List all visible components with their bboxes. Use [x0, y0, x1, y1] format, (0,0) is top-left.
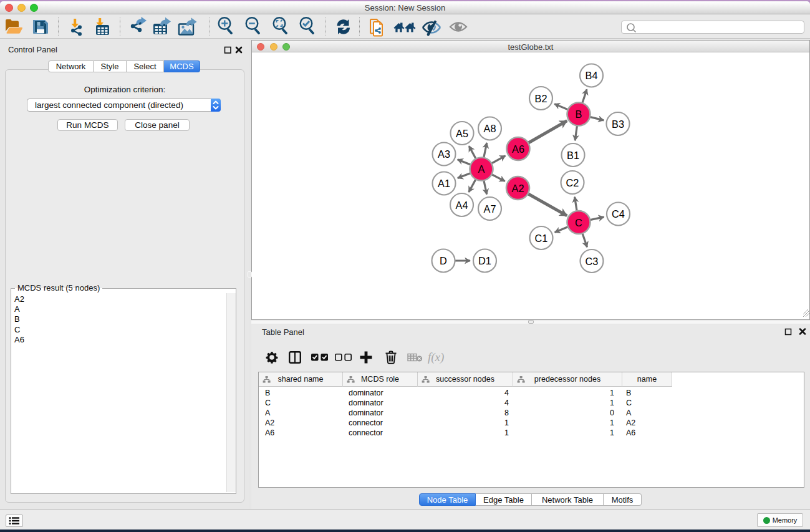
svg-text:D1: D1: [478, 255, 491, 266]
svg-text:A2: A2: [512, 183, 524, 194]
svg-text:B3: B3: [612, 118, 624, 130]
svg-text:B4: B4: [586, 70, 598, 81]
svg-text:A7: A7: [484, 203, 496, 215]
svg-text:C1: C1: [535, 233, 548, 244]
svg-text:C4: C4: [612, 208, 625, 220]
svg-text:A: A: [478, 163, 485, 175]
svg-text:B1: B1: [567, 150, 579, 161]
svg-text:B2: B2: [535, 93, 547, 104]
svg-text:A8: A8: [484, 123, 496, 134]
svg-text:A4: A4: [456, 200, 468, 211]
svg-text:A1: A1: [438, 178, 450, 189]
svg-text:D: D: [440, 255, 447, 266]
svg-text:C2: C2: [566, 177, 579, 188]
svg-text:A5: A5: [456, 128, 468, 139]
svg-text:C: C: [575, 217, 582, 228]
svg-text:C3: C3: [586, 256, 599, 267]
svg-text:B: B: [576, 109, 582, 120]
svg-text:A3: A3: [438, 148, 450, 160]
svg-text:A6: A6: [512, 143, 524, 155]
